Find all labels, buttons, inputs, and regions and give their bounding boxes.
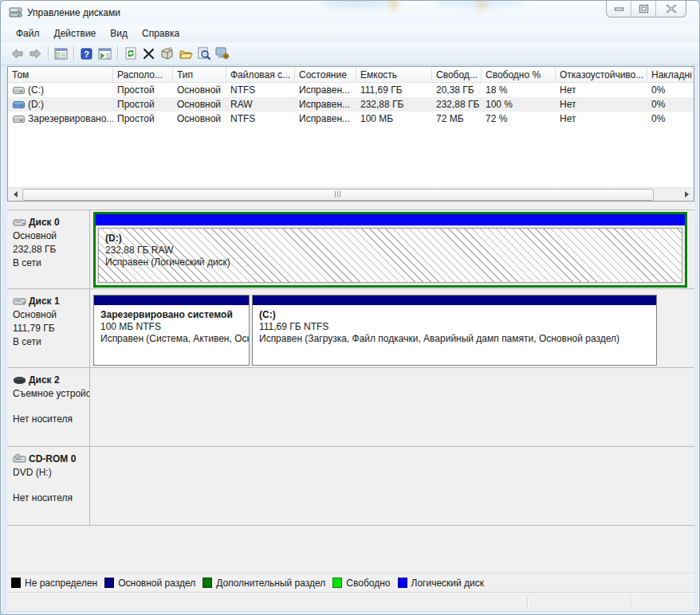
- scroll-right-button[interactable]: [680, 188, 694, 202]
- column-header-1[interactable]: Том: [8, 67, 113, 82]
- detail-pane-icon: [98, 48, 112, 60]
- cell-overhead: 0%: [647, 112, 692, 126]
- disk-label-1[interactable]: Диск 1Основной111,79 ГБВ сети: [7, 289, 90, 367]
- disk-info-line: Нет носителя: [13, 492, 89, 503]
- properties-icon: [160, 47, 174, 60]
- help-icon: ?: [81, 48, 92, 60]
- help-button[interactable]: ?: [77, 45, 96, 62]
- column-header-5[interactable]: Состояние: [295, 67, 356, 82]
- scroll-left-button[interactable]: [8, 188, 22, 202]
- open-folder-button[interactable]: [176, 45, 195, 62]
- removable-icon: [13, 376, 26, 385]
- partition-body-selected[interactable]: (D:)232,88 ГБ RAWИсправен (Логический ди…: [98, 228, 682, 283]
- partition-text: Исправен (Загрузка, Файл подкачки, Авари…: [259, 333, 656, 345]
- cell-capacity: 232,88 ГБ: [356, 97, 432, 112]
- cdrom-icon: [13, 454, 26, 464]
- legend-color-swatch: [398, 578, 407, 588]
- menu-Файл[interactable]: Файл: [10, 25, 46, 41]
- detail-pane-button[interactable]: [96, 45, 114, 62]
- forward-icon: [29, 48, 42, 60]
- volume-row[interactable]: Зарезервировано...ПростойОсновнойNTFSИсп…: [8, 112, 694, 126]
- horizontal-scrollbar[interactable]: [8, 187, 694, 201]
- computer-settings-button[interactable]: [213, 45, 231, 62]
- browse-icon: [197, 47, 210, 60]
- hdd-icon: [13, 297, 26, 306]
- svg-text:?: ?: [84, 49, 89, 58]
- partition-text: Зарезервировано системой: [100, 309, 249, 321]
- window-controls: [606, 1, 686, 18]
- title-bar: Управление дисками: [1, 1, 699, 25]
- cell-fs: NTFS: [226, 112, 295, 126]
- back-button[interactable]: [8, 45, 26, 62]
- cell-layout: Простой: [113, 97, 173, 112]
- cell-volume: Зарезервировано...: [8, 112, 113, 126]
- status-separator: [631, 596, 631, 608]
- cell-type: Основной: [173, 112, 226, 126]
- cell-capacity: 100 МБ: [356, 112, 432, 126]
- delete-volume-icon: [143, 48, 155, 60]
- menu-Вид[interactable]: Вид: [104, 25, 134, 41]
- disk-info-line: [13, 480, 89, 490]
- legend-item: Не распределен: [11, 578, 97, 589]
- minimize-icon: [614, 4, 624, 14]
- disk-row-2: Диск 2Съемное устройствоНет носителя: [7, 368, 694, 447]
- disk-label-2[interactable]: Диск 2Съемное устройствоНет носителя: [7, 368, 90, 446]
- toolbar-separator: [48, 46, 49, 61]
- console-tree-icon: [54, 48, 68, 60]
- cell-layout: Простой: [113, 112, 173, 126]
- cell-type: Основной: [173, 97, 226, 112]
- partition-text: 111,69 ГБ NTFS: [259, 321, 656, 333]
- cell-free_pct: 72 %: [482, 112, 556, 126]
- forward-button[interactable]: [26, 45, 45, 62]
- partition-extended-wrapper[interactable]: (D:)232,88 ГБ RAWИсправен (Логический ди…: [93, 212, 687, 288]
- cell-free_pct: 18 %: [482, 83, 556, 97]
- partition-block[interactable]: (C:)111,69 ГБ NTFSИсправен (Загрузка, Фа…: [252, 295, 657, 366]
- close-button[interactable]: [656, 1, 686, 17]
- restore-button[interactable]: [631, 1, 656, 17]
- disk-name: CD-ROM 0: [13, 453, 89, 464]
- legend-color-swatch: [332, 578, 342, 588]
- column-header-3[interactable]: Тип: [173, 67, 226, 82]
- minimize-button[interactable]: [607, 1, 631, 17]
- console-tree-button[interactable]: [52, 45, 70, 62]
- column-header-2[interactable]: Располо...: [113, 67, 173, 82]
- disk-label-3[interactable]: CD-ROM 0DVD (H:)Нет носителя: [7, 447, 90, 525]
- status-separator: [527, 596, 528, 608]
- cell-status: Исправен...: [295, 83, 356, 97]
- open-folder-icon: [179, 48, 193, 60]
- disk-info-line: 111,79 ГБ: [13, 323, 89, 334]
- cell-type: Основной: [173, 83, 226, 97]
- partition-block[interactable]: Зарезервировано системой100 МБ NTFSИспра…: [93, 295, 250, 366]
- cell-status: Исправен...: [295, 97, 356, 112]
- menu-Справка[interactable]: Справка: [136, 25, 186, 41]
- disk-area-0: (D:)232,88 ГБ RAWИсправен (Логический ди…: [90, 210, 694, 288]
- primary-partition-strip: [94, 296, 249, 305]
- properties-button[interactable]: [158, 45, 176, 62]
- glass-reflection: [320, 0, 391, 9]
- refresh-button[interactable]: [121, 45, 140, 62]
- volume-list-header: ТомРасполо...ТипФайловая с...СостояниеЕм…: [8, 67, 694, 83]
- primary-partition-strip: [253, 296, 656, 305]
- partition-body: (C:)111,69 ГБ NTFSИсправен (Загрузка, Фа…: [253, 305, 656, 345]
- column-header-10[interactable]: Накладные расходы: [647, 67, 692, 82]
- menu-Действие[interactable]: Действие: [48, 25, 103, 41]
- column-header-6[interactable]: Емкость: [356, 67, 432, 82]
- disk-label-0[interactable]: Диск 0Основной232,88 ГБВ сети: [7, 210, 90, 288]
- column-header-4[interactable]: Файловая с...: [226, 67, 295, 82]
- disk-row-0: Диск 0Основной232,88 ГБВ сети(D:)232,88 …: [7, 210, 694, 289]
- column-header-8[interactable]: Свободно %: [482, 67, 556, 82]
- volume-list-panel: ТомРасполо...ТипФайловая с...СостояниеЕм…: [7, 66, 694, 202]
- volume-row[interactable]: (D:)ПростойОсновнойRAWИсправен...232,88 …: [8, 97, 694, 112]
- browse-button[interactable]: [195, 45, 213, 62]
- volume-row[interactable]: (C:)ПростойОсновнойNTFSИсправен...111,69…: [8, 83, 694, 97]
- disk-name: Диск 2: [13, 374, 89, 386]
- menu-bar: ФайлДействиеВидСправка: [2, 25, 700, 42]
- column-header-7[interactable]: Свобод...: [432, 67, 482, 82]
- delete-volume-button[interactable]: [140, 45, 158, 62]
- cell-fault: Нет: [556, 112, 647, 126]
- scrollbar-thumb[interactable]: [22, 189, 654, 201]
- restore-icon: [639, 4, 649, 14]
- volume-drive-icon: [13, 101, 25, 108]
- column-header-9[interactable]: Отказоустойчиво...: [556, 67, 647, 82]
- toolbar-separator: [73, 46, 74, 61]
